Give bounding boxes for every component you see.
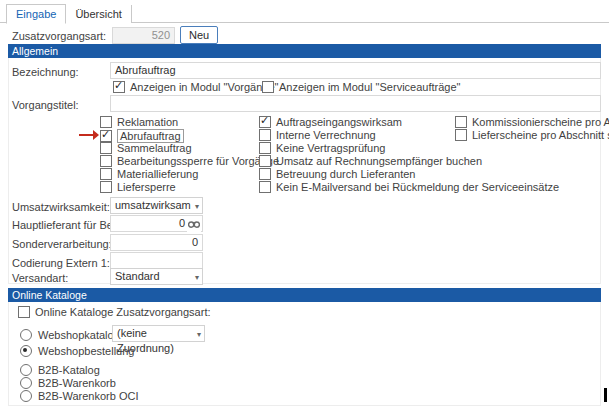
codierung-extern-label: Codierung Extern 1: bbox=[12, 257, 110, 269]
bezeichnung-input[interactable]: Abrufauftrag bbox=[110, 62, 601, 79]
annotation-arrow-line bbox=[79, 134, 94, 136]
checkbox-label: Lieferscheine pro Abschnitt splitten bbox=[472, 129, 609, 141]
webshopkatalog-zuordnung-dropdown[interactable]: (keine Zuordnung) ▾ bbox=[112, 325, 205, 342]
checkbox-label: Keine Vertragsprüfung bbox=[276, 142, 385, 154]
codierung-extern-input[interactable] bbox=[110, 252, 203, 269]
binoculars-search-icon[interactable] bbox=[187, 217, 201, 232]
checkbox-box bbox=[100, 155, 112, 167]
checkbox-auftragseingangswirksam[interactable]: Auftragseingangswirksam bbox=[259, 116, 402, 128]
radio-circle bbox=[20, 377, 32, 389]
sonderverarbeitung-field[interactable]: 0 bbox=[110, 234, 203, 251]
checkbox-label: Reklamation bbox=[117, 116, 178, 128]
radio-b2b-warenkorb[interactable]: B2B-Warenkorb bbox=[20, 377, 116, 389]
field-value: 0 bbox=[179, 217, 185, 229]
vorgangstitel-input[interactable] bbox=[110, 95, 601, 112]
sonderverarbeitung-label: Sonderverarbeitung: bbox=[12, 238, 112, 250]
radio-label: Webshopkatalog bbox=[38, 329, 120, 341]
checkbox-box bbox=[18, 306, 30, 318]
dropdown-value: umsatzwirksam bbox=[115, 199, 191, 211]
bezeichnung-label: Bezeichnung: bbox=[12, 66, 79, 78]
checkbox-label: Anzeigen in Modul "Vorgänge" bbox=[130, 81, 278, 93]
versandart-label: Versandart: bbox=[12, 272, 68, 284]
radio-webshopkatalog[interactable]: Webshopkatalog bbox=[20, 329, 120, 341]
section-header-online-kataloge: Online Kataloge bbox=[8, 288, 601, 302]
checkbox-betreuung-lieferanten[interactable]: Betreuung durch Lieferanten bbox=[259, 168, 415, 180]
tab-uebersicht[interactable]: Übersicht bbox=[66, 5, 131, 23]
checkbox-bearbeitungssperre[interactable]: Bearbeitungssperre für Vorgänge bbox=[100, 155, 279, 167]
checkbox-label: Auftragseingangswirksam bbox=[276, 116, 402, 128]
checkbox-box bbox=[100, 168, 112, 180]
cursor-artifact bbox=[604, 388, 607, 402]
checkbox-keine-vertragspruefung[interactable]: Keine Vertragsprüfung bbox=[259, 142, 385, 154]
checkbox-label: Umsatz auf Rechnungsempfänger buchen bbox=[276, 155, 482, 167]
checkbox-liefersperre[interactable]: Liefersperre bbox=[100, 181, 176, 193]
checkbox-box bbox=[259, 181, 271, 193]
tab-bar: EingabeÜbersicht bbox=[0, 4, 609, 23]
tab-eingabe[interactable]: Eingabe bbox=[6, 4, 66, 24]
checkbox-anzeigen-service[interactable]: Anzeigen im Modul "Serviceaufträge" bbox=[262, 81, 460, 93]
checkbox-label: Abrufauftrag bbox=[117, 129, 184, 143]
checkbox-reklamation[interactable]: Reklamation bbox=[100, 116, 178, 128]
checkbox-sammelauftrag[interactable]: Sammelauftrag bbox=[100, 142, 192, 154]
checkbox-box bbox=[100, 142, 112, 154]
checkbox-kommissionierscheine-splitten[interactable]: Kommissionierscheine pro Abschnitt split… bbox=[455, 116, 609, 128]
checkbox-box bbox=[455, 116, 467, 128]
neu-button[interactable]: Neu bbox=[180, 26, 218, 44]
section-header-allgemein: Allgemein bbox=[8, 44, 601, 58]
radio-label: B2B-Warenkorb bbox=[38, 377, 116, 389]
radio-b2b-katalog[interactable]: B2B-Katalog bbox=[20, 364, 100, 376]
checkbox-materiallieferung[interactable]: Materiallieferung bbox=[100, 168, 198, 180]
checkbox-box bbox=[259, 129, 271, 141]
checkbox-lieferscheine-splitten[interactable]: Lieferscheine pro Abschnitt splitten bbox=[455, 129, 609, 141]
checkbox-label: Online Kataloge Zusatzvorgangsart: bbox=[35, 306, 211, 318]
radio-label: Webshopbestellung bbox=[38, 345, 134, 357]
checkbox-anzeigen-vorgaenge[interactable]: Anzeigen in Modul "Vorgänge" bbox=[113, 81, 278, 93]
checkbox-box bbox=[100, 130, 112, 142]
umsatzwirksamkeit-dropdown[interactable]: umsatzwirksam ▾ bbox=[110, 197, 203, 214]
versandart-dropdown[interactable]: Standard ▾ bbox=[110, 268, 203, 285]
checkbox-interne-verrechnung[interactable]: Interne Verrechnung bbox=[259, 129, 376, 141]
checkbox-label: Kommissionierscheine pro Abschnitt split… bbox=[472, 116, 609, 128]
umsatzwirksamkeit-label: Umsatzwirksamkeit: bbox=[12, 201, 110, 213]
checkbox-label: Anzeigen im Modul "Serviceaufträge" bbox=[279, 81, 460, 93]
checkbox-label: Bearbeitungssperre für Vorgänge bbox=[117, 155, 279, 167]
checkbox-label: Materiallieferung bbox=[117, 168, 198, 180]
radio-circle bbox=[20, 390, 32, 402]
radio-circle bbox=[20, 329, 32, 341]
checkbox-label: Sammelauftrag bbox=[117, 142, 192, 154]
checkbox-box bbox=[455, 129, 467, 141]
vorgangstitel-label: Vorgangstitel: bbox=[12, 99, 79, 111]
checkbox-box bbox=[259, 168, 271, 180]
chevron-down-icon: ▾ bbox=[197, 327, 201, 342]
annotation-arrow-icon bbox=[93, 130, 99, 140]
chevron-down-icon: ▾ bbox=[195, 199, 199, 214]
checkbox-label: Betreuung durch Lieferanten bbox=[276, 168, 415, 180]
hauptlieferant-field[interactable]: 0 bbox=[110, 215, 203, 232]
checkbox-umsatz-rechnungsempfaenger[interactable]: Umsatz auf Rechnungsempfänger buchen bbox=[259, 155, 482, 167]
checkbox-online-kataloge-zusatzvorgangsart[interactable]: Online Kataloge Zusatzvorgangsart: bbox=[18, 306, 211, 318]
radio-label: B2B-Warenkorb OCI bbox=[38, 390, 138, 402]
dropdown-value: Standard bbox=[115, 270, 160, 282]
checkbox-kein-emailversand[interactable]: Kein E-Mailversand bei Rückmeldung der S… bbox=[259, 181, 559, 193]
checkbox-abrufauftrag[interactable]: Abrufauftrag bbox=[100, 129, 184, 143]
radio-label: B2B-Katalog bbox=[38, 364, 100, 376]
checkbox-box bbox=[262, 81, 274, 93]
checkbox-box bbox=[259, 116, 271, 128]
checkbox-box bbox=[259, 142, 271, 154]
radio-b2b-warenkorb-oci[interactable]: B2B-Warenkorb OCI bbox=[20, 390, 138, 402]
chevron-down-icon: ▾ bbox=[195, 270, 199, 285]
checkbox-label: Liefersperre bbox=[117, 181, 176, 193]
checkbox-box bbox=[259, 155, 271, 167]
checkbox-label: Interne Verrechnung bbox=[276, 129, 376, 141]
radio-circle bbox=[20, 364, 32, 376]
checkbox-box bbox=[100, 181, 112, 193]
checkbox-box bbox=[100, 116, 112, 128]
zusatzvorgangsart-field: 520 bbox=[112, 27, 175, 44]
checkbox-label: Kein E-Mailversand bei Rückmeldung der S… bbox=[276, 181, 559, 193]
checkbox-box bbox=[113, 81, 125, 93]
application-window: EingabeÜbersicht Zusatzvorgangsart: 520 … bbox=[0, 0, 609, 413]
zusatzvorgangsart-label: Zusatzvorgangsart: bbox=[12, 30, 106, 42]
radio-webshopbestellung[interactable]: Webshopbestellung bbox=[20, 345, 134, 357]
radio-circle bbox=[20, 345, 32, 357]
